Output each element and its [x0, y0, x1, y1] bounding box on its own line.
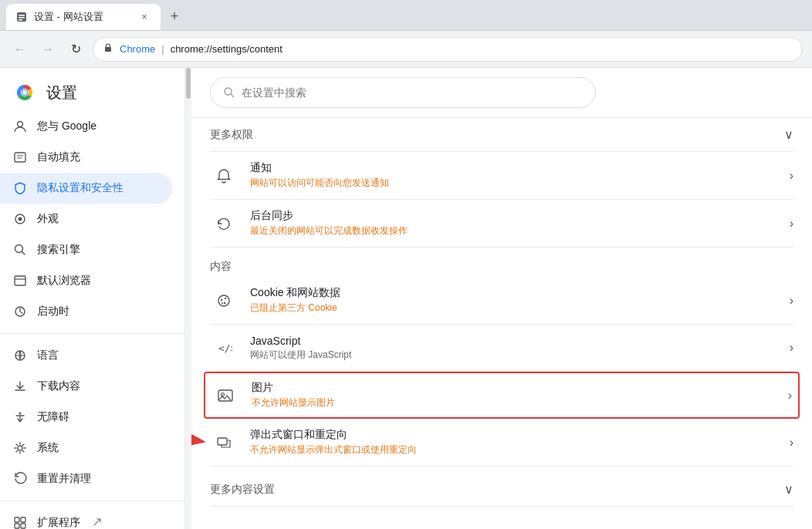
sidebar-item-startup-label: 启动时	[37, 305, 69, 318]
system-icon	[12, 440, 28, 456]
sidebar-item-startup[interactable]: 启动时	[0, 296, 172, 327]
svg-point-14	[15, 245, 23, 253]
svg-rect-15	[15, 276, 25, 285]
sidebar-item-search-label: 搜索引擎	[37, 243, 80, 257]
background-sync-chevron: ›	[790, 217, 793, 231]
images-text: 图片 不允许网站显示图片	[252, 381, 776, 409]
svg-rect-3	[19, 19, 22, 21]
popup-icon	[210, 429, 238, 457]
sidebar-item-download[interactable]: 下载内容	[0, 371, 172, 402]
svg-point-26	[221, 298, 222, 300]
images-icon	[211, 382, 239, 409]
sidebar-item-autofill[interactable]: 自动填充	[0, 142, 172, 173]
sidebar-item-accessibility-label: 无障碍	[37, 410, 69, 424]
address-input[interactable]: Chrome | chrome://settings/content	[93, 37, 803, 62]
forward-button[interactable]: →	[37, 39, 59, 60]
download-icon	[12, 379, 28, 394]
svg-rect-22	[15, 524, 19, 528]
images-title: 图片	[252, 381, 776, 395]
red-arrow-annotation	[191, 426, 210, 459]
more-content-settings-chevron[interactable]: ∨	[784, 482, 793, 497]
search-icon	[12, 242, 28, 258]
cookie-chevron: ›	[790, 294, 793, 308]
svg-rect-34	[218, 438, 227, 445]
sidebar-item-browser[interactable]: 默认浏览器	[0, 265, 172, 296]
search-bar	[191, 68, 812, 118]
sidebar-item-privacy[interactable]: 隐私设置和安全性	[0, 173, 172, 204]
notification-title: 通知	[250, 161, 777, 175]
sidebar: 设置 您与 Google 自动填充 隐私设置和安全性 外观	[0, 68, 185, 529]
images-desc: 不允许网站显示图片	[252, 396, 776, 409]
startup-icon	[12, 304, 28, 319]
javascript-row[interactable]: </> JavaScript 网站可以使用 JavaScript ›	[210, 325, 793, 372]
sidebar-item-system[interactable]: 系统	[0, 433, 172, 463]
extensions-external-icon	[93, 517, 102, 529]
accessibility-icon	[12, 409, 28, 425]
content-area: 更多权限 ∨ 通知 网站可以访问可能否向您发送通知 ›	[191, 68, 812, 529]
svg-point-19	[18, 446, 22, 450]
tab-close-button[interactable]: ×	[137, 10, 151, 24]
search-input[interactable]	[242, 86, 583, 99]
more-content-settings-label: 更多内容设置	[210, 483, 275, 497]
extensions-icon	[12, 515, 28, 529]
popup-row[interactable]: 弹出式窗口和重定向 不允许网站显示弹出式窗口或使用重定向 ›	[210, 419, 793, 467]
lock-icon	[103, 42, 113, 56]
sidebar-item-reset-label: 重置并清理	[37, 472, 91, 486]
sidebar-item-search[interactable]: 搜索引擎	[0, 234, 172, 265]
popup-desc: 不允许网站显示弹出式窗口或使用重定向	[250, 443, 777, 457]
svg-point-32	[222, 393, 225, 396]
autofill-icon	[12, 150, 28, 165]
more-permissions-chevron[interactable]: ∨	[784, 127, 793, 142]
notification-chevron: ›	[790, 169, 793, 183]
cookie-text: Cookie 和网站数据 已阻止第三方 Cookie	[250, 286, 777, 315]
popup-text: 弹出式窗口和重定向 不允许网站显示弹出式窗口或使用重定向	[250, 428, 777, 457]
address-bar: ← → ↻ Chrome | chrome://settings/content	[0, 31, 812, 68]
background-sync-desc: 最近关闭的网站可以完成数据收发操作	[250, 224, 777, 238]
images-chevron: ›	[788, 389, 792, 403]
sidebar-item-appearance[interactable]: 外观	[0, 204, 172, 234]
appearance-icon	[12, 211, 28, 227]
popup-chevron: ›	[790, 436, 793, 450]
search-input-wrapper[interactable]	[210, 77, 596, 108]
javascript-chevron: ›	[790, 341, 793, 355]
sidebar-item-google[interactable]: 您与 Google	[0, 111, 172, 142]
sidebar-item-extensions-label: 扩展程序	[37, 516, 80, 529]
notification-row[interactable]: 通知 网站可以访问可能否向您发送通知 ›	[210, 152, 793, 200]
svg-rect-11	[15, 153, 25, 162]
sidebar-item-system-label: 系统	[37, 441, 59, 455]
popup-title: 弹出式窗口和重定向	[250, 428, 777, 442]
cookie-icon	[210, 287, 238, 315]
reload-button[interactable]: ↻	[65, 39, 86, 60]
sidebar-item-accessibility[interactable]: 无障碍	[0, 402, 172, 433]
back-button[interactable]: ←	[9, 39, 31, 60]
more-permissions-header[interactable]: 更多权限 ∨	[210, 118, 793, 152]
sidebar-item-privacy-label: 隐私设置和安全性	[37, 181, 123, 195]
tab-title: 设置 - 网站设置	[34, 10, 131, 24]
svg-point-29	[222, 302, 223, 304]
notification-text: 通知 网站可以访问可能否向您发送通知	[250, 161, 777, 190]
sidebar-item-reset[interactable]: 重置并清理	[0, 463, 172, 494]
sidebar-scrollbar-thumb	[186, 68, 191, 99]
active-tab[interactable]: 设置 - 网站设置 ×	[6, 4, 161, 30]
sidebar-item-language-label: 语言	[37, 349, 59, 362]
cookie-row[interactable]: Cookie 和网站数据 已阻止第三方 Cookie ›	[210, 277, 793, 325]
address-separator: |	[161, 43, 164, 55]
images-row[interactable]: 图片 不允许网站显示图片 ›	[204, 372, 800, 419]
svg-point-13	[19, 217, 22, 221]
sidebar-scrollbar[interactable]	[185, 68, 191, 529]
more-content-settings-header[interactable]: 更多内容设置 ∨	[210, 473, 793, 507]
reset-icon	[12, 471, 28, 487]
javascript-text: JavaScript 网站可以使用 JavaScript	[250, 335, 777, 362]
sidebar-item-language[interactable]: 语言	[0, 340, 172, 371]
background-sync-icon	[210, 210, 238, 238]
language-icon	[12, 348, 28, 363]
new-tab-button[interactable]: +	[164, 5, 185, 27]
sidebar-item-extensions[interactable]: 扩展程序	[0, 507, 184, 529]
address-url: chrome://settings/content	[171, 43, 283, 55]
svg-point-9	[22, 90, 27, 95]
background-sync-row[interactable]: 后台同步 最近关闭的网站可以完成数据收发操作 ›	[210, 200, 793, 248]
sidebar-item-appearance-label: 外观	[37, 212, 59, 226]
notification-icon	[210, 162, 238, 190]
cookie-desc: 已阻止第三方 Cookie	[250, 302, 777, 315]
settings-content: 更多权限 ∨ 通知 网站可以访问可能否向您发送通知 ›	[191, 118, 812, 507]
